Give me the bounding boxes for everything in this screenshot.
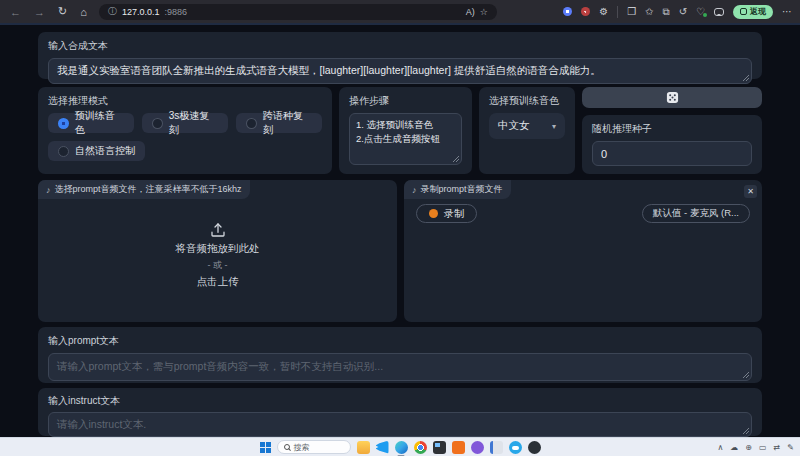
- history-icon[interactable]: ↺: [679, 6, 687, 17]
- browser-essentials-icon[interactable]: ♡: [696, 6, 705, 17]
- voice-dropdown-value: 中文女: [498, 119, 530, 133]
- taskbar-search-label: 搜索: [294, 442, 310, 453]
- purple-app-icon[interactable]: [471, 441, 484, 454]
- prompt-audio-upload-block: ♪ 选择prompt音频文件，注意采样率不低于16khz 将音频拖放到此处 - …: [38, 180, 397, 322]
- toolbar-divider: [617, 6, 618, 18]
- dark-app-icon[interactable]: [528, 441, 541, 454]
- notebook-app-icon[interactable]: [490, 441, 503, 454]
- home-icon[interactable]: ⌂: [80, 6, 87, 18]
- start-button[interactable]: [260, 442, 271, 453]
- synthesis-text-input[interactable]: 我是通义实验室语音团队全新推出的生成式语音大模型，[laughter][laug…: [48, 58, 752, 84]
- mode-option-label: 跨语种复刻: [263, 109, 312, 137]
- tray-arrows-icon[interactable]: ⇄: [774, 443, 781, 452]
- microphone-device-label: 默认值 - 麦克风 (R...: [653, 207, 739, 220]
- voice-dropdown[interactable]: 中文女 ▾: [489, 113, 565, 139]
- mode-option-label: 预训练音色: [75, 109, 124, 137]
- dice-icon: [666, 91, 679, 104]
- radio-icon: [152, 118, 163, 129]
- tray-pen-icon[interactable]: ✎: [787, 443, 794, 452]
- prompt-text-label: 输入prompt文本: [48, 334, 752, 348]
- chevron-down-icon: ▾: [552, 122, 556, 131]
- mode-option-label: 3s极速复刻: [169, 109, 219, 137]
- music-note-icon: ♪: [412, 185, 417, 195]
- browser-toolbar: ← → ↻ ⌂ ⓘ 127.0.0.1 :9886 A) ☆ ⚙ ❐ ✩ ⧉ ↺…: [0, 0, 800, 23]
- synthesis-text-block: 输入合成文本 我是通义实验室语音团队全新推出的生成式语音大模型，[laughte…: [38, 32, 762, 79]
- instruct-text-label: 输入instruct文本: [48, 394, 752, 408]
- radio-icon: [58, 146, 69, 157]
- prompt-audio-record-block: ♪ 录制prompt音频文件 ✕ 录制 默认值 - 麦克风 (R...: [404, 180, 762, 322]
- system-tray: ∧ ☁ ⊕ ▭ ⇄ ✎: [717, 438, 794, 456]
- synthesis-text-label: 输入合成文本: [48, 39, 752, 53]
- address-bar[interactable]: ⓘ 127.0.0.1 :9886 A) ☆: [99, 4, 497, 20]
- tray-chevron-icon[interactable]: ∧: [717, 443, 723, 452]
- gradio-page: 输入合成文本 我是通义实验室语音团队全新推出的生成式语音大模型，[laughte…: [0, 23, 800, 437]
- mode-option-label: 自然语言控制: [75, 144, 135, 158]
- close-icon[interactable]: ✕: [744, 185, 757, 198]
- orange-app-icon[interactable]: [452, 441, 465, 454]
- steps-label: 操作步骤: [349, 94, 462, 108]
- cashback-label: 返现: [750, 6, 766, 17]
- radio-selected-icon: [58, 118, 69, 129]
- extension-blue-icon[interactable]: [563, 7, 572, 16]
- extensions-icon[interactable]: ⚙: [599, 6, 608, 17]
- mode-option-natural-language[interactable]: 自然语言控制: [48, 141, 145, 161]
- refresh-icon[interactable]: ↻: [58, 5, 67, 18]
- prompt-text-input[interactable]: [48, 353, 752, 381]
- taskbar: 搜索 ∧ ☁ ⊕ ▭ ⇄ ✎: [0, 437, 800, 456]
- vscode-icon[interactable]: [376, 441, 389, 454]
- steps-text[interactable]: 1. 选择预训练音色 2.点击生成音频按钮: [349, 113, 462, 165]
- chat-icon[interactable]: [714, 8, 724, 16]
- dropzone-click-text[interactable]: 点击上传: [197, 275, 239, 289]
- url-host: 127.0.0.1: [122, 7, 160, 17]
- audio-dropzone[interactable]: 将音频拖放到此处 - 或 - 点击上传: [38, 180, 397, 322]
- radio-icon: [246, 118, 257, 129]
- instruct-text-block: 输入instruct文本: [38, 388, 762, 436]
- record-button-label: 录制: [444, 207, 464, 221]
- random-seed-button[interactable]: [582, 87, 762, 108]
- inference-mode-block: 选择推理模式 预训练音色 3s极速复刻 跨语种复刻: [38, 87, 332, 174]
- read-aloud-icon[interactable]: A): [466, 7, 475, 17]
- seed-block: 随机推理种子: [582, 115, 762, 174]
- favorite-star-icon[interactable]: ☆: [480, 7, 488, 17]
- extension-red-icon[interactable]: [581, 7, 590, 16]
- dropzone-text: 将音频拖放到此处: [176, 242, 260, 256]
- prompt-text-block: 输入prompt文本: [38, 327, 762, 383]
- screen: ← → ↻ ⌂ ⓘ 127.0.0.1 :9886 A) ☆ ⚙ ❐ ✩ ⧉ ↺…: [0, 0, 800, 456]
- inference-mode-label: 选择推理模式: [48, 94, 322, 108]
- chrome-icon[interactable]: [414, 441, 427, 454]
- collections-icon[interactable]: ⧉: [663, 6, 670, 18]
- tray-circle-icon[interactable]: ⊕: [745, 443, 752, 452]
- seed-input[interactable]: [592, 141, 752, 166]
- taskbar-search-input[interactable]: 搜索: [277, 440, 351, 454]
- microphone-device-select[interactable]: 默认值 - 麦克风 (R...: [642, 204, 750, 223]
- cashback-icon: [740, 8, 747, 15]
- split-screen-icon[interactable]: ❐: [627, 6, 636, 17]
- upload-icon: [209, 221, 227, 239]
- record-dot-icon: [429, 209, 438, 218]
- more-menu-icon[interactable]: ⋯: [782, 6, 792, 17]
- cashback-button[interactable]: 返现: [733, 5, 773, 19]
- dropzone-or-text: - 或 -: [208, 259, 228, 272]
- tray-window-icon[interactable]: ▭: [759, 443, 767, 452]
- seed-label: 随机推理种子: [592, 122, 752, 136]
- edge-browser-icon[interactable]: [395, 441, 408, 454]
- voice-select-block: 选择预训练音色 中文女 ▾: [479, 87, 575, 174]
- cloud-drive-icon[interactable]: [509, 441, 522, 454]
- mode-option-pretrained[interactable]: 预训练音色: [48, 113, 134, 133]
- site-info-icon[interactable]: ⓘ: [108, 5, 117, 18]
- mode-option-3s-clone[interactable]: 3s极速复刻: [142, 113, 228, 133]
- tray-cloud-icon[interactable]: ☁: [730, 443, 738, 452]
- mode-option-crosslingual[interactable]: 跨语种复刻: [236, 113, 322, 133]
- search-icon: [284, 444, 290, 450]
- forward-icon[interactable]: →: [34, 6, 45, 18]
- record-button[interactable]: 录制: [416, 204, 477, 223]
- back-icon[interactable]: ←: [10, 6, 21, 18]
- record-audio-label-badge: ♪ 录制prompt音频文件: [404, 180, 511, 199]
- url-port: :9886: [164, 7, 187, 17]
- favorites-bar-icon[interactable]: ✩: [645, 6, 653, 17]
- instruct-text-input[interactable]: [48, 412, 752, 437]
- terminal-app-icon[interactable]: [433, 441, 446, 454]
- steps-block: 操作步骤 1. 选择预训练音色 2.点击生成音频按钮: [339, 87, 472, 174]
- record-audio-label: 录制prompt音频文件: [421, 183, 503, 196]
- file-explorer-icon[interactable]: [357, 441, 370, 454]
